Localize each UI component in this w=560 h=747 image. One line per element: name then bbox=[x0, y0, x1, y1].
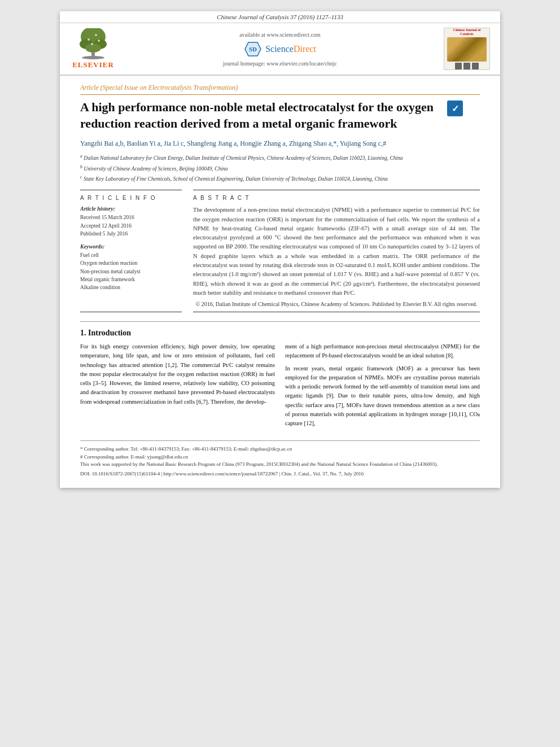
article-body: Article (Special Issue on Electrocatalys… bbox=[60, 76, 500, 488]
sd-logo-icon: SD bbox=[244, 41, 262, 57]
intro-col-left-text: For its high energy conversion efficienc… bbox=[80, 342, 275, 407]
article-info-label: A R T I C L E I N F O bbox=[80, 195, 182, 201]
article-info-col: A R T I C L E I N F O Article history: R… bbox=[80, 190, 182, 312]
affiliation-sup-c: c bbox=[80, 174, 82, 180]
affiliation-c-text: State Key Laboratory of Fine Chemicals, … bbox=[84, 176, 388, 182]
abstract-col: A B S T R A C T The development of a non… bbox=[193, 190, 480, 312]
doi-text: DOI: 10.1016/S1872-2067(15)61104-4 | htt… bbox=[80, 471, 480, 477]
sd-science-text: Science bbox=[265, 44, 294, 54]
svg-text:SD: SD bbox=[249, 46, 257, 53]
catalysis-icon-2 bbox=[463, 63, 470, 69]
abstract-copyright: © 2016, Dalian Institute of Chemical Phy… bbox=[193, 301, 480, 307]
sciencedirect-logo: SD ScienceDirect bbox=[244, 41, 316, 57]
article-title-text: A high performance non-noble metal elect… bbox=[80, 100, 434, 130]
affiliation-b-text: University of Chinese Academy of Science… bbox=[84, 166, 228, 172]
article-page: Chinese Journal of Catalysis 37 (2016) 1… bbox=[60, 11, 500, 488]
intro-heading: 1. Introduction bbox=[80, 329, 480, 338]
sd-title: ScienceDirect bbox=[265, 44, 316, 54]
keyword-1: Fuel cell bbox=[80, 251, 182, 259]
intro-col-right-text: ment of a high performance non-precious … bbox=[285, 342, 480, 428]
keywords-group: Keywords: Fuel cell Oxygen reduction rea… bbox=[80, 243, 182, 291]
intro-col-left: For its high energy conversion efficienc… bbox=[80, 342, 275, 431]
abstract-text: The development of a non-precious metal … bbox=[193, 206, 480, 298]
article-title: ✓ A high performance non-noble metal ele… bbox=[80, 99, 480, 132]
svg-point-4 bbox=[85, 43, 101, 53]
received-date: Received 15 March 2016 bbox=[80, 213, 182, 221]
catalysis-footer bbox=[455, 63, 479, 69]
catalysis-box: Chinese Journal ofCatalysis bbox=[444, 28, 490, 70]
section-divider bbox=[80, 321, 480, 322]
svg-point-9 bbox=[91, 43, 93, 45]
journal-header-text: Chinese Journal of Catalysis 37 (2016) 1… bbox=[217, 14, 343, 20]
svg-point-7 bbox=[95, 34, 97, 36]
article-info-abstract: A R T I C L E I N F O Article history: R… bbox=[80, 190, 480, 312]
sciencedirect-branding: available at www.sciencedirect.com SD Sc… bbox=[124, 28, 436, 70]
crossmark-icon: ✓ bbox=[447, 101, 463, 116]
sd-available-text: available at www.sciencedirect.com bbox=[239, 32, 321, 38]
sd-direct-text: Direct bbox=[294, 44, 316, 54]
catalysis-cover-image bbox=[447, 37, 487, 62]
authors-text: Yangzhi Bai a,b, Baolian Yi a, Jia Li c,… bbox=[80, 139, 386, 147]
introduction-section: 1. Introduction For its high energy conv… bbox=[80, 329, 480, 431]
top-header: ELSEVIER available at www.sciencedirect.… bbox=[60, 23, 500, 76]
elsevier-logo: ELSEVIER bbox=[68, 28, 119, 70]
article-history-group: Article history: Received 15 March 2016 … bbox=[80, 206, 182, 238]
catalysis-title: Chinese Journal ofCatalysis bbox=[453, 28, 480, 36]
affiliation-a-text: Dalian National Laboratory for Clean Ene… bbox=[84, 155, 403, 161]
keyword-3: Non-precious metal catalyst bbox=[80, 268, 182, 276]
catalysis-icon-3 bbox=[472, 63, 479, 69]
footnote-3: This work was supported by the National … bbox=[80, 461, 480, 469]
catalysis-journal-logo: Chinese Journal ofCatalysis bbox=[441, 28, 492, 70]
affiliation-a: a Dalian National Laboratory for Clean E… bbox=[80, 153, 480, 162]
special-issue-label: Article (Special Issue on Electrocatalys… bbox=[80, 84, 480, 95]
svg-point-6 bbox=[88, 38, 90, 41]
affiliation-b: b University of Chinese Academy of Scien… bbox=[80, 164, 480, 173]
keyword-5: Alkaline condition bbox=[80, 283, 182, 291]
catalysis-icon-1 bbox=[455, 63, 462, 69]
footnote-2: # Corresponding author. E-mail: yjsong@d… bbox=[80, 453, 480, 461]
journal-header-bar: Chinese Journal of Catalysis 37 (2016) 1… bbox=[60, 11, 500, 23]
svg-text:✓: ✓ bbox=[452, 104, 459, 113]
keyword-2: Oxygen reduction reaction bbox=[80, 259, 182, 267]
authors-line: Yangzhi Bai a,b, Baolian Yi a, Jia Li c,… bbox=[80, 138, 480, 148]
elsevier-wordmark: ELSEVIER bbox=[72, 60, 114, 69]
abstract-label: A B S T R A C T bbox=[193, 195, 480, 201]
journal-homepage-text: journal homepage: www.elsevier.com/locat… bbox=[223, 60, 337, 67]
affiliation-sup-a: a bbox=[80, 154, 82, 159]
svg-point-8 bbox=[98, 40, 100, 42]
svg-point-5 bbox=[82, 56, 104, 59]
affiliation-sup-b: b bbox=[80, 164, 82, 169]
elsevier-tree-icon bbox=[76, 28, 110, 59]
keywords-label: Keywords: bbox=[80, 243, 182, 250]
keyword-4: Metal organic framework bbox=[80, 276, 182, 283]
footnote-1: * Corresponding author. Tel: +86-411-843… bbox=[80, 445, 480, 453]
article-history-label: Article history: bbox=[80, 206, 182, 212]
accepted-date: Accepted 12 April 2016 bbox=[80, 222, 182, 230]
intro-col-right: ment of a high performance non-precious … bbox=[285, 342, 480, 431]
affiliations: a Dalian National Laboratory for Clean E… bbox=[80, 153, 480, 183]
affiliation-c: c State Key Laboratory of Fine Chemicals… bbox=[80, 174, 480, 183]
intro-two-col: For its high energy conversion efficienc… bbox=[80, 342, 480, 431]
published-date: Published 5 July 2016 bbox=[80, 230, 182, 238]
footer-notes: * Corresponding author. Tel: +86-411-843… bbox=[80, 440, 480, 477]
